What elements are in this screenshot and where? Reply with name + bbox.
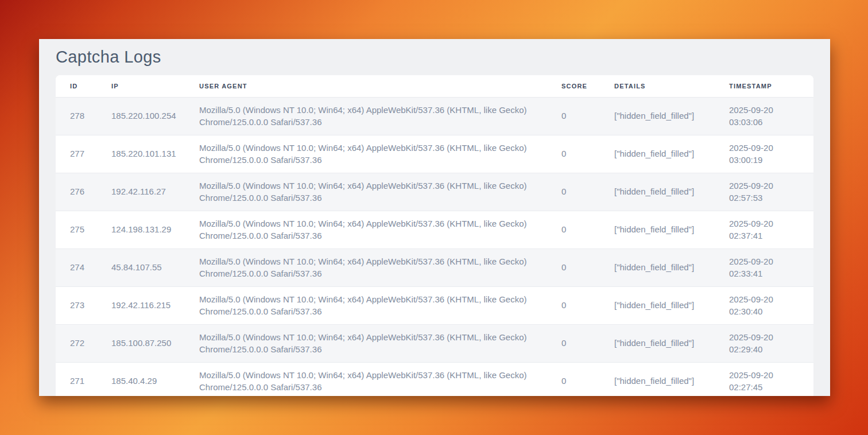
cell-user_agent: Mozilla/5.0 (Windows NT 10.0; Win64; x64… xyxy=(185,248,547,286)
header-row: IDIPUSER AGENTSCOREDETAILSTIMESTAMP xyxy=(56,75,813,97)
table-row: 27445.84.107.55Mozilla/5.0 (Windows NT 1… xyxy=(56,248,813,286)
captcha-logs-table-container: IDIPUSER AGENTSCOREDETAILSTIMESTAMP 2781… xyxy=(56,75,813,396)
cell-id: 276 xyxy=(56,173,97,211)
table-body: 278185.220.100.254Mozilla/5.0 (Windows N… xyxy=(56,97,813,396)
cell-user_agent: Mozilla/5.0 (Windows NT 10.0; Win64; x64… xyxy=(185,173,547,211)
table-row: 273192.42.116.215Mozilla/5.0 (Windows NT… xyxy=(56,286,813,324)
table-header: IDIPUSER AGENTSCOREDETAILSTIMESTAMP xyxy=(56,75,813,97)
cell-user_agent: Mozilla/5.0 (Windows NT 10.0; Win64; x64… xyxy=(185,324,547,362)
cell-timestamp: 2025-09-20 02:27:45 xyxy=(715,362,813,396)
captcha-logs-card: Captcha Logs IDIPUSER AGENTSCOREDETAILST… xyxy=(39,39,830,396)
page-background: { "page": { "title": "Captcha Logs" }, "… xyxy=(0,0,868,435)
table-row: 278185.220.100.254Mozilla/5.0 (Windows N… xyxy=(56,97,813,135)
cell-details: ["hidden_field_filled"] xyxy=(600,286,715,324)
cell-score: 0 xyxy=(547,248,600,286)
cell-score: 0 xyxy=(547,286,600,324)
cell-id: 277 xyxy=(56,135,97,173)
cell-ip: 185.220.101.131 xyxy=(97,135,185,173)
cell-details: ["hidden_field_filled"] xyxy=(600,362,715,396)
table-row: 272185.100.87.250Mozilla/5.0 (Windows NT… xyxy=(56,324,813,362)
cell-ip: 124.198.131.29 xyxy=(97,211,185,248)
cell-timestamp: 2025-09-20 03:00:19 xyxy=(715,135,813,173)
cell-id: 274 xyxy=(56,248,97,286)
cell-timestamp: 2025-09-20 02:37:41 xyxy=(715,211,813,248)
cell-details: ["hidden_field_filled"] xyxy=(600,324,715,362)
table-row: 276192.42.116.27Mozilla/5.0 (Windows NT … xyxy=(56,173,813,211)
cell-details: ["hidden_field_filled"] xyxy=(600,135,715,173)
table-row: 271185.40.4.29Mozilla/5.0 (Windows NT 10… xyxy=(56,362,813,396)
cell-score: 0 xyxy=(547,362,600,396)
cell-timestamp: 2025-09-20 02:30:40 xyxy=(715,286,813,324)
cell-user_agent: Mozilla/5.0 (Windows NT 10.0; Win64; x64… xyxy=(185,362,547,396)
cell-ip: 45.84.107.55 xyxy=(97,248,185,286)
column-header-user_agent: USER AGENT xyxy=(185,75,547,97)
cell-user_agent: Mozilla/5.0 (Windows NT 10.0; Win64; x64… xyxy=(185,286,547,324)
cell-details: ["hidden_field_filled"] xyxy=(600,248,715,286)
cell-score: 0 xyxy=(547,135,600,173)
cell-timestamp: 2025-09-20 03:03:06 xyxy=(715,97,813,135)
cell-ip: 185.100.87.250 xyxy=(97,324,185,362)
table-row: 277185.220.101.131Mozilla/5.0 (Windows N… xyxy=(56,135,813,173)
page-title: Captcha Logs xyxy=(56,47,813,67)
cell-id: 278 xyxy=(56,97,97,135)
captcha-logs-table: IDIPUSER AGENTSCOREDETAILSTIMESTAMP 2781… xyxy=(56,75,813,396)
cell-score: 0 xyxy=(547,324,600,362)
cell-timestamp: 2025-09-20 02:57:53 xyxy=(715,173,813,211)
cell-ip: 192.42.116.215 xyxy=(97,286,185,324)
cell-user_agent: Mozilla/5.0 (Windows NT 10.0; Win64; x64… xyxy=(185,135,547,173)
column-header-timestamp: TIMESTAMP xyxy=(715,75,813,97)
cell-id: 271 xyxy=(56,362,97,396)
cell-score: 0 xyxy=(547,97,600,135)
cell-ip: 185.220.100.254 xyxy=(97,97,185,135)
column-header-score: SCORE xyxy=(547,75,600,97)
table-row: 275124.198.131.29Mozilla/5.0 (Windows NT… xyxy=(56,211,813,248)
cell-ip: 192.42.116.27 xyxy=(97,173,185,211)
cell-id: 273 xyxy=(56,286,97,324)
cell-timestamp: 2025-09-20 02:33:41 xyxy=(715,248,813,286)
cell-timestamp: 2025-09-20 02:29:40 xyxy=(715,324,813,362)
cell-id: 272 xyxy=(56,324,97,362)
cell-ip: 185.40.4.29 xyxy=(97,362,185,396)
cell-details: ["hidden_field_filled"] xyxy=(600,211,715,248)
cell-score: 0 xyxy=(547,173,600,211)
cell-score: 0 xyxy=(547,211,600,248)
column-header-ip: IP xyxy=(97,75,185,97)
column-header-details: DETAILS xyxy=(600,75,715,97)
cell-user_agent: Mozilla/5.0 (Windows NT 10.0; Win64; x64… xyxy=(185,97,547,135)
column-header-id: ID xyxy=(56,75,97,97)
cell-details: ["hidden_field_filled"] xyxy=(600,173,715,211)
cell-id: 275 xyxy=(56,211,97,248)
cell-user_agent: Mozilla/5.0 (Windows NT 10.0; Win64; x64… xyxy=(185,211,547,248)
cell-details: ["hidden_field_filled"] xyxy=(600,97,715,135)
